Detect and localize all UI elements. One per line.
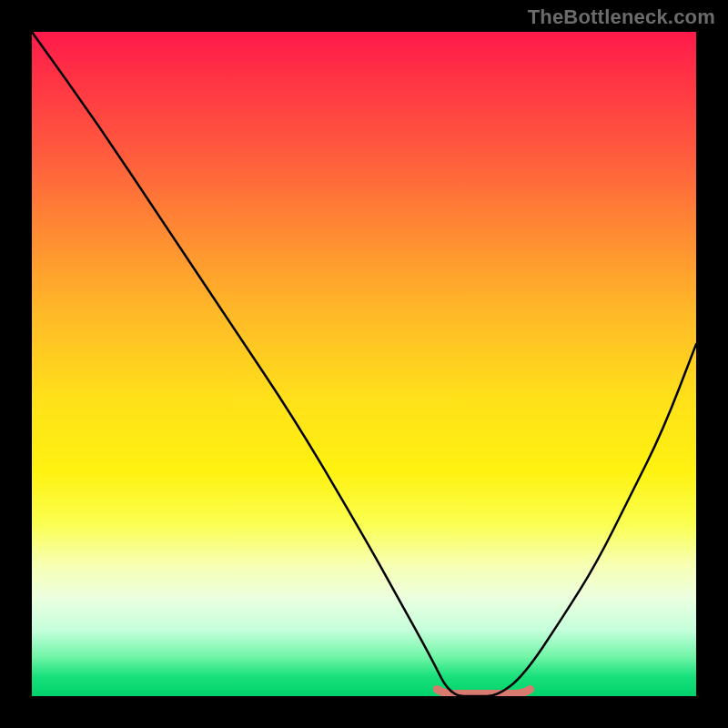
watermark-text: TheBottleneck.com [528, 5, 715, 29]
bottleneck-curve [32, 32, 696, 696]
curve-layer [32, 32, 696, 696]
plot-area [32, 32, 696, 696]
chart-container: TheBottleneck.com [0, 0, 728, 728]
